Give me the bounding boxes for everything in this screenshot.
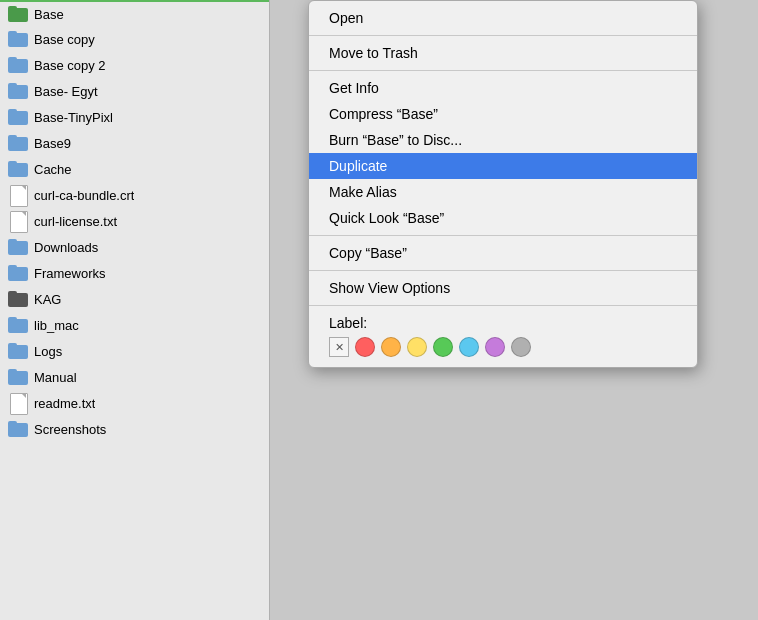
folder-icon — [8, 6, 28, 22]
finder-item-label: Base9 — [34, 136, 71, 151]
finder-item-label: Logs — [34, 344, 62, 359]
finder-item-label: Cache — [34, 162, 72, 177]
finder-item-label: readme.txt — [34, 396, 95, 411]
folder-icon — [8, 31, 28, 47]
finder-panel: BaseBase copyBase copy 2Base- EgytBase-T… — [0, 0, 270, 620]
menu-separator — [309, 70, 697, 71]
finder-item-label: Base — [34, 7, 64, 22]
folder-icon — [8, 57, 28, 73]
finder-item-label: lib_mac — [34, 318, 79, 333]
folder-icon — [8, 317, 28, 333]
finder-item[interactable]: curl-ca-bundle.crt — [0, 182, 269, 208]
finder-item[interactable]: Base- Egyt — [0, 78, 269, 104]
label-color-dot[interactable] — [355, 337, 375, 357]
finder-item[interactable]: Base9 — [0, 130, 269, 156]
menu-item[interactable]: Quick Look “Base” — [309, 205, 697, 231]
finder-item-label: Frameworks — [34, 266, 106, 281]
folder-icon — [8, 369, 28, 385]
menu-item[interactable]: Show View Options — [309, 275, 697, 301]
menu-separator — [309, 270, 697, 271]
menu-item[interactable]: Compress “Base” — [309, 101, 697, 127]
finder-item[interactable]: Screenshots — [0, 416, 269, 442]
finder-item[interactable]: Downloads — [0, 234, 269, 260]
finder-item[interactable]: Base-TinyPixl — [0, 104, 269, 130]
folder-icon — [8, 421, 28, 437]
finder-item[interactable]: Frameworks — [0, 260, 269, 286]
label-row: Label:✕ — [309, 310, 697, 363]
finder-item[interactable]: Logs — [0, 338, 269, 364]
folder-icon — [8, 161, 28, 177]
label-color-dot[interactable] — [459, 337, 479, 357]
finder-item[interactable]: Base — [0, 0, 269, 26]
menu-item[interactable]: Make Alias — [309, 179, 697, 205]
menu-item[interactable]: Move to Trash — [309, 40, 697, 66]
folder-icon — [8, 239, 28, 255]
finder-item[interactable]: Base copy — [0, 26, 269, 52]
finder-item-label: Base- Egyt — [34, 84, 98, 99]
finder-item-label: curl-ca-bundle.crt — [34, 188, 134, 203]
finder-item[interactable]: KAG — [0, 286, 269, 312]
menu-separator — [309, 235, 697, 236]
finder-item[interactable]: Cache — [0, 156, 269, 182]
context-menu: OpenMove to TrashGet InfoCompress “Base”… — [308, 0, 698, 368]
label-color-dot[interactable] — [511, 337, 531, 357]
folder-icon — [8, 291, 28, 307]
finder-item[interactable]: readme.txt — [0, 390, 269, 416]
finder-item-label: Manual — [34, 370, 77, 385]
finder-item-label: KAG — [34, 292, 61, 307]
folder-icon — [8, 343, 28, 359]
label-color-dot[interactable] — [485, 337, 505, 357]
label-color-dot[interactable] — [381, 337, 401, 357]
label-color-dot[interactable] — [407, 337, 427, 357]
label-x-button[interactable]: ✕ — [329, 337, 349, 357]
menu-item[interactable]: Duplicate — [309, 153, 697, 179]
file-icon — [10, 185, 26, 205]
folder-icon — [8, 109, 28, 125]
menu-separator — [309, 305, 697, 306]
finder-item-label: Base-TinyPixl — [34, 110, 113, 125]
file-icon — [10, 393, 26, 413]
file-icon — [10, 211, 26, 231]
menu-item[interactable]: Burn “Base” to Disc... — [309, 127, 697, 153]
label-color-dot[interactable] — [433, 337, 453, 357]
finder-item-label: Downloads — [34, 240, 98, 255]
finder-item-label: curl-license.txt — [34, 214, 117, 229]
finder-item[interactable]: curl-license.txt — [0, 208, 269, 234]
menu-separator — [309, 35, 697, 36]
finder-item-label: Screenshots — [34, 422, 106, 437]
finder-item-label: Base copy 2 — [34, 58, 106, 73]
finder-item[interactable]: lib_mac — [0, 312, 269, 338]
finder-item[interactable]: Manual — [0, 364, 269, 390]
menu-item[interactable]: Copy “Base” — [309, 240, 697, 266]
finder-item[interactable]: Base copy 2 — [0, 52, 269, 78]
label-dots: ✕ — [329, 337, 531, 357]
finder-item-label: Base copy — [34, 32, 95, 47]
folder-icon — [8, 135, 28, 151]
folder-icon — [8, 83, 28, 99]
menu-item[interactable]: Get Info — [309, 75, 697, 101]
menu-item[interactable]: Open — [309, 5, 697, 31]
label-text: Label: — [329, 315, 367, 331]
folder-icon — [8, 265, 28, 281]
